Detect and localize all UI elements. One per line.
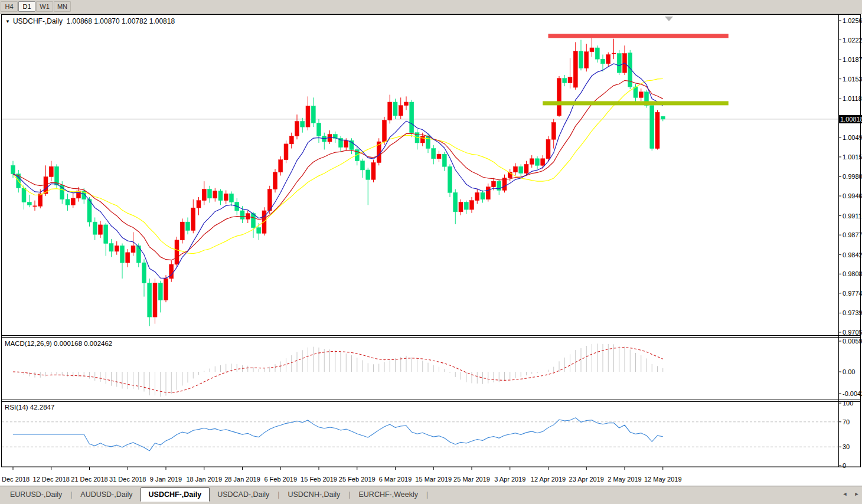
tab-usdcaddaily[interactable]: USDCAD-,Daily [210,487,277,502]
price-axis-label: 1.02220 [843,37,862,44]
chart-tabs: EURUSD-,Daily|AUDUSD-,DailyUSDCHF-,Daily… [2,487,429,502]
price-axis-label: 0.99460 [843,192,862,199]
tab-audusddaily[interactable]: AUDUSD-,Daily [73,487,140,502]
price-axis-label: 1.01530 [843,76,862,83]
tab-eurusddaily[interactable]: EURUSD-,Daily [2,487,70,502]
price-axis-label: 0.98420 [843,251,862,258]
price-chart-canvas[interactable] [0,0,862,504]
price-axis-label: 1.00150 [843,153,862,161]
macd-axis-label: 0.00597 [843,338,862,345]
price-axis-label: 0.97740 [843,290,862,297]
tab-eurchfweekly[interactable]: EURCHF-,Weekly [351,487,425,502]
trading-app-window: H4D1W1MN ▼USDCHF-,Daily 1.00868 1.00870 … [0,0,862,504]
rsi-axis-label: 100 [843,400,853,407]
price-axis-label: 1.01180 [843,95,862,102]
chart-symbol-label: USDCHF-,Daily [13,17,63,25]
tab-scroll-left-icon[interactable]: ◄ [841,490,849,498]
rsi-axis-label: 30 [843,443,850,450]
price-axis-label: 0.98770 [843,231,862,238]
price-axis-label: 1.01870 [843,56,862,63]
price-axis-label: 0.98080 [843,270,862,277]
chart-title: ▼USDCHF-,Daily 1.00868 1.00870 1.00782 1… [5,17,175,25]
tab-separator: | [426,490,429,499]
rsi-axis-label: 70 [843,418,850,426]
rsi-indicator-label: RSI(14) 42.2847 [5,404,54,411]
current-price-tag: 1.00818 [839,115,862,123]
symbol-dropdown-icon[interactable]: ▼ [5,19,10,24]
macd-values: 0.000168 0.002462 [54,340,112,347]
price-axis-label: 0.99110 [843,212,862,220]
chart-tab-bar: EURUSD-,Daily|AUDUSD-,DailyUSDCHF-,Daily… [0,486,862,504]
macd-indicator-label: MACD(12,26,9) 0.000168 0.002462 [5,340,112,347]
price-axis-label: 0.97390 [843,309,862,316]
tab-usdcnhdaily[interactable]: USDCNH-,Daily [280,487,348,502]
tab-usdchfdaily[interactable]: USDCHF-,Daily [141,487,210,502]
rsi-axis-label: 0 [843,462,846,469]
chart-ohlc-values: 1.00868 1.00870 1.00782 1.00818 [67,17,175,25]
price-axis-label: 0.97050 [843,329,862,336]
macd-axis-label: 0.00 [843,368,855,375]
price-axis-label: 1.02560 [843,17,862,24]
tab-scroll-right-icon[interactable]: ► [853,490,861,498]
rsi-value: 42.2847 [30,404,55,411]
macd-axis-label: -0.004243 [843,390,862,397]
date-axis-label: 12 May 2019 [636,476,690,483]
price-axis-label: 1.00490 [843,134,862,141]
chart-shift-marker-icon[interactable] [665,17,673,21]
price-axis-label: 0.99800 [843,173,862,180]
